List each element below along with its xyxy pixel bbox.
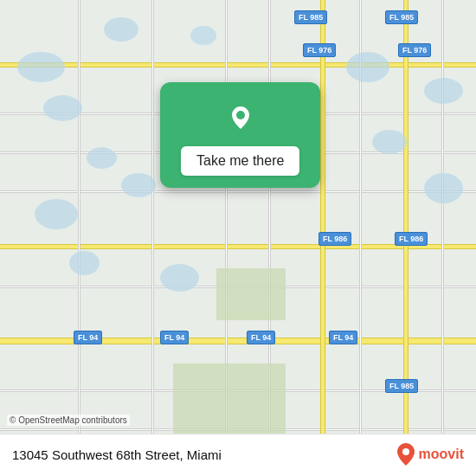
route-fl985-br: FL 985	[385, 379, 418, 393]
road-v-minor-2	[151, 0, 154, 476]
moovit-brand-name: moovit	[419, 447, 464, 462]
route-fl94-4: FL 94	[329, 331, 357, 344]
location-card: Take me there	[160, 82, 320, 188]
svg-point-2	[402, 448, 409, 455]
water-12	[372, 130, 407, 154]
route-fl94-1: FL 94	[74, 331, 102, 344]
water-8	[69, 251, 100, 275]
water-5	[87, 147, 117, 169]
route-fl986-l: FL 986	[318, 232, 351, 246]
road-v-minor-1	[78, 0, 80, 476]
water-7	[121, 173, 156, 197]
water-1	[17, 52, 65, 82]
route-fl986-r: FL 986	[395, 232, 428, 246]
moovit-pin-icon	[396, 443, 415, 466]
take-me-there-button[interactable]: Take me there	[181, 146, 299, 176]
address-text: 13045 Southwest 68th Street, Miami	[12, 447, 222, 462]
water-9	[160, 264, 199, 292]
water-6	[35, 199, 78, 229]
park-1	[173, 363, 286, 441]
map-container: FL 985 FL 985 FL 976 FL 976 FL 986 FL 98…	[0, 0, 476, 476]
water-13	[424, 173, 463, 203]
moovit-logo: moovit	[396, 443, 464, 466]
bottom-bar: 13045 Southwest 68th Street, Miami moovi…	[0, 434, 476, 476]
water-4	[43, 95, 82, 121]
water-10	[346, 52, 389, 82]
water-11	[424, 78, 463, 104]
map-attribution: © OpenStreetMap contributors	[7, 415, 130, 426]
water-2	[104, 17, 138, 42]
svg-point-1	[236, 111, 245, 119]
route-fl94-2: FL 94	[160, 331, 189, 344]
route-fl985-tr: FL 985	[385, 10, 418, 24]
green-card: Take me there	[160, 82, 320, 188]
water-3	[190, 26, 216, 45]
route-fl94-3: FL 94	[247, 331, 275, 344]
location-pin-icon	[222, 98, 260, 136]
route-fl985-tl: FL 985	[294, 10, 327, 24]
park-2	[216, 268, 286, 320]
route-fl976-l: FL 976	[303, 43, 336, 57]
route-fl976-r: FL 976	[398, 43, 431, 57]
road-v-minor-6	[441, 0, 444, 476]
